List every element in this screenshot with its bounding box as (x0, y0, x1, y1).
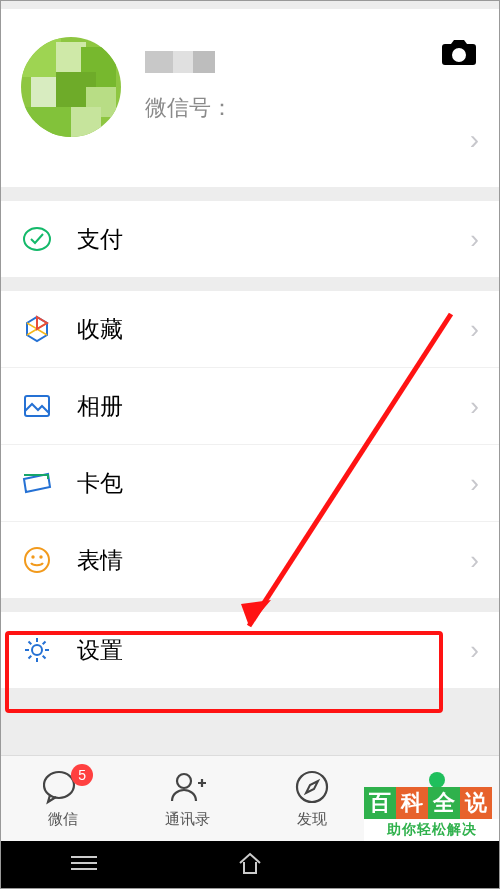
status-bar (1, 1, 499, 9)
wechat-id-label: 微信号： (145, 93, 481, 123)
profile-name-blurred (145, 51, 215, 73)
contacts-icon (168, 768, 208, 806)
gear-icon (21, 634, 53, 666)
avatar[interactable] (21, 37, 121, 137)
menu-cards[interactable]: 卡包 › (1, 444, 499, 521)
chat-icon: 5 (43, 768, 83, 806)
svg-point-2 (25, 548, 49, 572)
svg-point-8 (44, 772, 74, 798)
chevron-right-icon: › (470, 314, 479, 345)
tab-bar: 5 微信 通讯录 发现 我 (1, 755, 499, 841)
chevron-right-icon: › (470, 635, 479, 666)
menu-settings[interactable]: 设置 › (1, 612, 499, 688)
tab-wechat[interactable]: 5 微信 (1, 756, 126, 841)
album-icon (21, 390, 53, 422)
favorites-icon (21, 313, 53, 345)
menu-pay[interactable]: 支付 › (1, 201, 499, 277)
sticker-icon (21, 544, 53, 576)
home-icon[interactable] (236, 851, 264, 879)
menu-stickers[interactable]: 表情 › (1, 521, 499, 598)
svg-point-5 (32, 645, 42, 655)
tab-label: 通讯录 (165, 810, 210, 829)
camera-icon[interactable] (441, 37, 477, 71)
menu-label: 相册 (77, 391, 470, 422)
profile-card[interactable]: 微信号： › (1, 9, 499, 187)
svg-point-3 (31, 555, 34, 558)
tab-me[interactable]: 我 (375, 756, 500, 841)
menu-label: 收藏 (77, 314, 470, 345)
menu-label: 支付 (77, 224, 470, 255)
tab-contacts[interactable]: 通讯录 (126, 756, 251, 841)
cards-icon (21, 467, 53, 499)
svg-point-9 (177, 774, 191, 788)
chevron-right-icon: › (470, 545, 479, 576)
menu-album[interactable]: 相册 › (1, 367, 499, 444)
tab-discover[interactable]: 发现 (250, 756, 375, 841)
svg-point-11 (429, 772, 445, 788)
chevron-right-icon: › (470, 224, 479, 255)
menu-label: 卡包 (77, 468, 470, 499)
android-nav-bar (1, 841, 499, 888)
menu-label: 设置 (77, 635, 470, 666)
person-icon (420, 768, 454, 806)
section-settings: 设置 › (1, 612, 499, 688)
tab-label: 我 (429, 810, 444, 829)
tab-label: 微信 (48, 810, 78, 829)
svg-point-0 (24, 228, 50, 250)
pay-icon (21, 223, 53, 255)
chevron-right-icon: › (470, 391, 479, 422)
badge: 5 (71, 764, 93, 786)
recent-apps-icon[interactable] (69, 853, 99, 877)
chevron-right-icon: › (470, 124, 479, 156)
tab-label: 发现 (297, 810, 327, 829)
svg-point-4 (39, 555, 42, 558)
section-items: 收藏 › 相册 › 卡包 › 表情 › (1, 291, 499, 598)
section-pay: 支付 › (1, 201, 499, 277)
menu-label: 表情 (77, 545, 470, 576)
chevron-right-icon: › (470, 468, 479, 499)
svg-point-10 (297, 772, 327, 802)
compass-icon (294, 768, 330, 806)
menu-favorites[interactable]: 收藏 › (1, 291, 499, 367)
profile-info: 微信号： (145, 51, 481, 123)
